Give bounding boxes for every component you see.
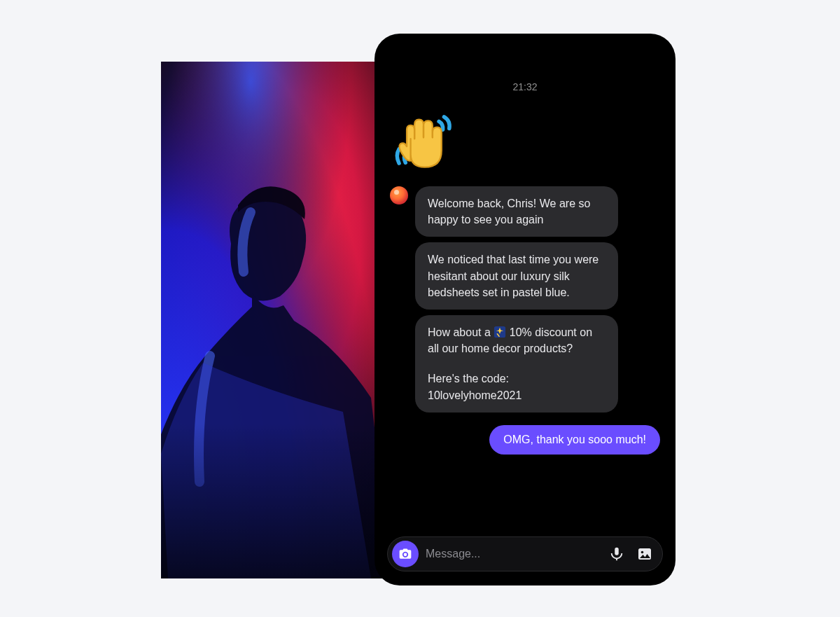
message-input[interactable] [426, 548, 599, 560]
chat-bubble: Welcome back, Chris! We are so happy to … [415, 186, 618, 237]
camera-icon [398, 547, 412, 561]
svg-rect-4 [161, 62, 385, 578]
image-button[interactable] [634, 543, 655, 564]
user-chat-bubble: OMG, thank you sooo much! [489, 425, 660, 455]
agent-avatar [390, 186, 408, 204]
camera-button[interactable] [392, 541, 419, 567]
backdrop-photo [161, 62, 385, 578]
svg-point-10 [641, 551, 644, 554]
wave-hand-icon [391, 108, 456, 172]
message-input-bar [387, 536, 663, 571]
microphone-button[interactable] [606, 543, 627, 564]
agent-message-group: Welcome back, Chris! We are so happy to … [390, 186, 660, 413]
sparkle-star-icon [493, 326, 506, 338]
chat-bubble: We noticed that last time you were hesit… [415, 242, 618, 310]
image-icon [636, 546, 653, 562]
chat-bubble: How about a 10% discount on all our home… [415, 315, 618, 413]
chat-timestamp: 21:32 [390, 81, 660, 92]
chat-body: 21:32 [374, 34, 676, 531]
microphone-icon [609, 546, 624, 562]
wave-sticker-row [391, 108, 660, 172]
user-message-row: OMG, thank you sooo much! [390, 425, 660, 455]
phone-frame: 21:32 [374, 34, 676, 585]
